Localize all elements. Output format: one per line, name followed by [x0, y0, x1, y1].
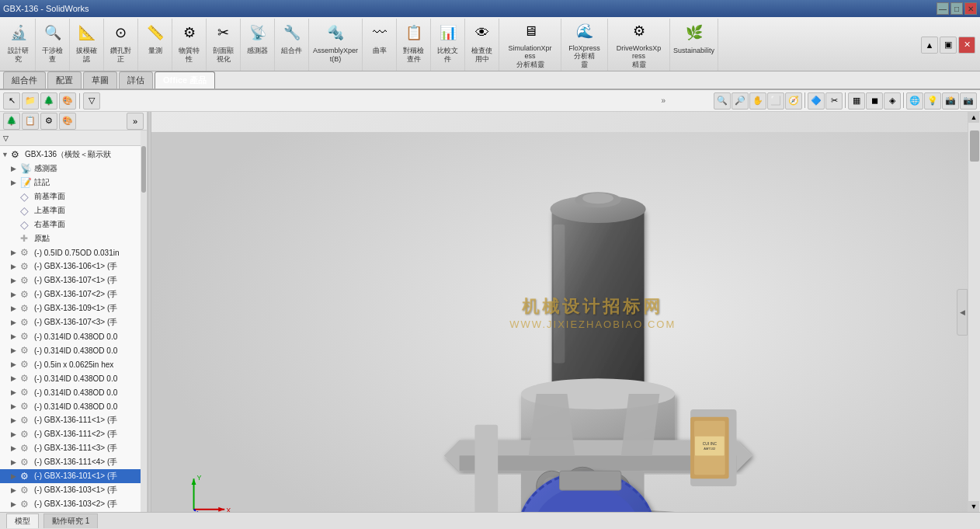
- tree-item-part10[interactable]: ▶ ⚙ (-) 0.314ID 0.438OD 0.0: [0, 371, 147, 385]
- tree-root[interactable]: ▼ ⚙ GBX-136（橫殼＜顯示狀: [0, 148, 147, 162]
- hide-lines-btn[interactable]: ▦: [848, 92, 865, 110]
- ribbon-group-hole-align[interactable]: ⊙ 鑽孔對正: [104, 19, 138, 71]
- ribbon-group-curve[interactable]: 〰 曲率: [363, 19, 397, 71]
- tree-item-part16[interactable]: ▶ ⚙ (-) GBX-136-111<4> (手: [0, 455, 147, 469]
- tree-item-part4[interactable]: ▶ ⚙ (-) GBX-136-107<2> (手: [0, 287, 147, 301]
- scroll-up-btn[interactable]: ▲: [968, 112, 979, 123]
- tree-scrollbar[interactable]: [141, 131, 147, 512]
- tree-btn[interactable]: 🌲: [40, 92, 57, 110]
- 3d-viewport[interactable]: CUI INC AMT102: [151, 112, 968, 512]
- tab-office[interactable]: Office 產品: [155, 71, 215, 89]
- lighting-btn[interactable]: 💡: [924, 92, 941, 110]
- tree-item-part3[interactable]: ▶ ⚙ (-) GBX-136-107<1> (手: [0, 273, 147, 287]
- tree-item-part13[interactable]: ▶ ⚙ (-) GBX-136-111<1> (手: [0, 413, 147, 427]
- ribbon-minimize-btn[interactable]: ▲: [921, 37, 938, 54]
- minimize-btn[interactable]: —: [937, 2, 949, 15]
- section-btn[interactable]: ✂: [825, 92, 843, 110]
- close-btn[interactable]: ✕: [964, 2, 977, 15]
- realview-btn[interactable]: 📸: [942, 92, 959, 110]
- 3d-view-btn[interactable]: 🔷: [808, 92, 825, 110]
- ribbon-restore-btn[interactable]: ▣: [940, 37, 957, 54]
- display-mode-btn[interactable]: ◼: [866, 92, 883, 110]
- tree-item-part11[interactable]: ▶ ⚙ (-) 0.314ID 0.438OD 0.0: [0, 385, 147, 399]
- filter-btn[interactable]: ▽: [83, 92, 100, 110]
- open-file-btn[interactable]: 📁: [22, 92, 39, 110]
- right-plane-icon: ◇: [20, 218, 33, 231]
- tree-item-front-plane[interactable]: ◇ 前基準面: [0, 190, 147, 204]
- orient-btn[interactable]: 🧭: [785, 92, 802, 110]
- draft-check-icon: 📐: [75, 20, 99, 45]
- appearance-btn[interactable]: 🎨: [59, 92, 76, 110]
- tree-item-part19[interactable]: ▶ ⚙ (-) GBX-136-103<2> (手: [0, 497, 147, 511]
- tree-item-notes[interactable]: ▶ 📝 註記: [0, 176, 147, 190]
- ribbon-group-assembly-xpert[interactable]: 🔩 AssemblyXpert(B): [309, 19, 363, 71]
- tree-item-right-plane[interactable]: ◇ 右基準面: [0, 218, 147, 231]
- ribbon-group-assembly[interactable]: 🔧 組合件: [275, 19, 309, 71]
- ribbon-group-compare[interactable]: 📊 比較文件: [431, 19, 465, 71]
- ribbon-group-interference[interactable]: 🔍 干涉檢查: [36, 19, 70, 71]
- part6-icon: ⚙: [20, 317, 33, 328]
- viewport-scrollbar[interactable]: ▲ ▼: [968, 112, 980, 512]
- ribbon-group-measure[interactable]: 📏 量測: [138, 19, 172, 71]
- tree-item-part5[interactable]: ▶ ⚙ (-) GBX-136-109<1> (手: [0, 301, 147, 315]
- scene-btn[interactable]: 🌐: [906, 92, 923, 110]
- tab-config[interactable]: 配置: [47, 71, 82, 89]
- ribbon-group-section[interactable]: ✂ 剖面顯視化: [207, 19, 241, 71]
- ribbon-close-btn[interactable]: ✕: [958, 37, 975, 54]
- tree-item-part20[interactable]: ▶ ⚙ (-) GBX-136-105_Plain<: [0, 511, 147, 512]
- ribbon-group-flow[interactable]: 🌊 FloXpress分析精靈: [561, 19, 608, 71]
- tree-item-part8[interactable]: ▶ ⚙ (-) 0.314ID 0.438OD 0.0: [0, 343, 147, 357]
- ribbon-group-drive[interactable]: ⚙ DriveWorksXpress精靈: [608, 19, 670, 71]
- tree-item-origin[interactable]: ✚ 原點: [0, 231, 147, 245]
- pan-btn[interactable]: ✋: [749, 92, 766, 110]
- ribbon-group-sustainability[interactable]: 🌿 Sustainability: [670, 19, 718, 71]
- property-mgr-btn[interactable]: 📋: [22, 113, 39, 130]
- part3-icon: ⚙: [20, 275, 33, 286]
- tree-item-part18[interactable]: ▶ ⚙ (-) GBX-136-103<1> (手: [0, 483, 147, 497]
- panel-expand-btn[interactable]: »: [127, 113, 144, 130]
- fit-btn[interactable]: ⬜: [767, 92, 784, 110]
- ribbon-group-design-study[interactable]: 🔬 設計研究: [2, 19, 36, 71]
- maximize-btn[interactable]: □: [950, 2, 963, 15]
- part17-label: (-) GBX-136-101<1> (手: [34, 471, 117, 482]
- tree-item-part7[interactable]: ▶ ⚙ (-) 0.314ID 0.438OD 0.0: [0, 329, 147, 343]
- tab-assembly[interactable]: 組合件: [3, 71, 46, 89]
- part16-label: (-) GBX-136-111<4> (手: [34, 457, 117, 468]
- scroll-down-btn[interactable]: ▼: [968, 501, 979, 512]
- tree-item-part2[interactable]: ▶ ⚙ (-) GBX-136-106<1> (手: [0, 259, 147, 273]
- status-tab-model[interactable]: 模型: [6, 513, 39, 528]
- tree-item-part14[interactable]: ▶ ⚙ (-) GBX-136-111<2> (手: [0, 427, 147, 441]
- check-label: 對稱檢查件: [403, 47, 424, 64]
- ribbon-group-sensor[interactable]: 📡 感測器: [241, 19, 275, 71]
- ribbon-group-simulation[interactable]: 🖥 SimulationXpress分析精靈: [499, 19, 561, 71]
- select-tool-btn[interactable]: ↖: [3, 92, 20, 110]
- tree-item-sensors[interactable]: ▶ 📡 感測器: [0, 162, 147, 176]
- display-mode-2-btn[interactable]: ◈: [884, 92, 901, 110]
- ribbon-group-physical[interactable]: ⚙ 物質特性: [172, 19, 207, 71]
- config-mgr-btn[interactable]: ⚙: [40, 113, 57, 130]
- tree-item-part17[interactable]: ▶ ⚙ (-) GBX-136-101<1> (手: [0, 469, 147, 483]
- ribbon-group-draft-check[interactable]: 📐 拔模確認: [70, 19, 104, 71]
- tree-item-part6[interactable]: ▶ ⚙ (-) GBX-136-107<3> (手: [0, 315, 147, 329]
- top-plane-label: 上基準面: [34, 205, 65, 216]
- zoom-in-btn[interactable]: 🔍: [714, 92, 731, 110]
- tab-detail[interactable]: 詳估: [119, 71, 153, 89]
- collapse-panel-btn[interactable]: ◀: [957, 289, 968, 336]
- tree-item-part1[interactable]: ▶ ⚙ (-) 0.5ID 0.75OD 0.031in: [0, 245, 147, 259]
- zoom-out-btn[interactable]: 🔎: [732, 92, 749, 110]
- compare-icon: 📊: [436, 20, 460, 45]
- tree-item-top-plane[interactable]: ◇ 上基準面: [0, 204, 147, 218]
- tree-item-part15[interactable]: ▶ ⚙ (-) GBX-136-111<3> (手: [0, 441, 147, 455]
- tree-item-part9[interactable]: ▶ ⚙ (-) 0.5in x 0.0625in hex: [0, 357, 147, 371]
- ribbon-group-review[interactable]: 👁 檢查使用中: [465, 19, 499, 71]
- ribbon-group-check[interactable]: 📋 對稱檢查件: [397, 19, 431, 71]
- filter-icon: ▽: [3, 134, 9, 142]
- tree-item-part12[interactable]: ▶ ⚙ (-) 0.314ID 0.438OD 0.0: [0, 399, 147, 413]
- curve-label: 曲率: [373, 47, 387, 55]
- toolbar-expand[interactable]: »: [661, 96, 665, 105]
- status-tab-motion[interactable]: 動作研究 1: [43, 513, 98, 528]
- feature-mgr-btn[interactable]: 🌲: [3, 113, 20, 130]
- appearance-mgr-btn[interactable]: 🎨: [59, 113, 76, 130]
- tab-sketch[interactable]: 草圖: [83, 71, 117, 89]
- camera-btn[interactable]: 📷: [960, 92, 977, 110]
